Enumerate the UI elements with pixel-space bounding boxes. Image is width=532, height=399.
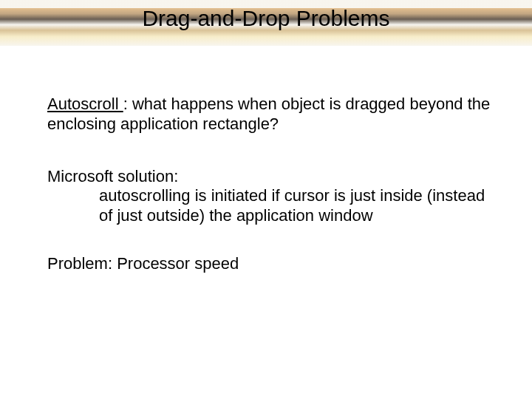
term-autoscroll: Autoscroll <box>47 95 123 113</box>
microsoft-solution-lead: Microsoft solution: <box>47 167 491 187</box>
paragraph-autoscroll: Autoscroll : what happens when object is… <box>47 95 491 134</box>
microsoft-solution-detail: autoscrolling is initiated if cursor is … <box>99 186 491 226</box>
paragraph-microsoft-solution: Microsoft solution: autoscrolling is ini… <box>47 167 491 226</box>
paragraph-problem: Problem: Processor speed <box>47 254 491 274</box>
slide-title: Drag-and-Drop Problems <box>0 6 532 31</box>
slide-body: Autoscroll : what happens when object is… <box>47 95 491 274</box>
